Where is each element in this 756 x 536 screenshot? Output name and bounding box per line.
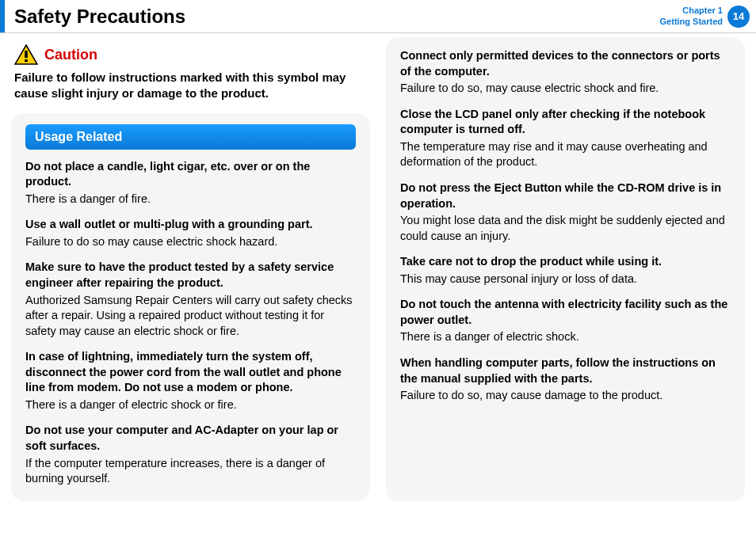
precaution-heading: Do not press the Eject Button while the … xyxy=(400,181,731,211)
header-right: Chapter 1 Getting Started 14 xyxy=(660,6,750,28)
precaution-heading: Use a wall outlet or multi-plug with a g… xyxy=(25,217,356,233)
right-item-list: Connect only permitted devices to the co… xyxy=(400,48,731,404)
precaution-item: When handling computer parts, follow the… xyxy=(400,355,731,404)
precaution-heading: Do not use your computer and AC-Adapter … xyxy=(25,423,356,454)
precaution-item: Do not touch the antenna with electricit… xyxy=(400,297,731,345)
precaution-item: Do not press the Eject Button while the … xyxy=(400,181,731,244)
page-title: Safety Precautions xyxy=(14,6,185,28)
chapter-line2: Getting Started xyxy=(660,17,723,27)
svg-rect-1 xyxy=(25,51,28,58)
right-card: Connect only permitted devices to the co… xyxy=(386,37,745,501)
precaution-item: Take care not to drop the product while … xyxy=(400,254,731,287)
precaution-heading: Close the LCD panel only after checking … xyxy=(400,107,731,138)
precaution-body: Failure to do so, may cause damage to th… xyxy=(400,388,731,404)
precaution-heading: Do not place a candle, light cigar, etc.… xyxy=(25,159,356,190)
precaution-body: This may cause personal injury or loss o… xyxy=(400,272,731,287)
section-heading: Usage Related xyxy=(25,124,356,150)
precaution-heading: Connect only permitted devices to the co… xyxy=(400,48,731,79)
header-left: Safety Precautions xyxy=(0,0,185,32)
caution-description: Failure to follow instructions marked wi… xyxy=(14,70,367,101)
precaution-item: Make sure to have the product tested by … xyxy=(25,260,356,339)
precaution-item: Close the LCD panel only after checking … xyxy=(400,107,731,170)
precaution-heading: In case of lightning, immediately turn t… xyxy=(25,349,356,396)
chapter-label: Chapter 1 Getting Started xyxy=(660,6,723,26)
page-number-badge: 14 xyxy=(727,6,750,28)
precaution-item: Connect only permitted devices to the co… xyxy=(400,48,731,97)
left-item-list: Do not place a candle, light cigar, etc.… xyxy=(25,159,356,487)
precaution-body: You might lose data and the disk might b… xyxy=(400,213,731,244)
precaution-body: Authorized Samsung Repair Centers will c… xyxy=(25,293,356,340)
warning-triangle-icon xyxy=(14,44,38,65)
precaution-heading: Take care not to drop the product while … xyxy=(400,254,731,270)
content-columns: Usage Related Do not place a candle, lig… xyxy=(0,108,756,501)
precaution-body: If the computer temperature increases, t… xyxy=(25,456,356,487)
precaution-body: Failure to do so, may cause electric sho… xyxy=(400,81,731,97)
page-header: Safety Precautions Chapter 1 Getting Sta… xyxy=(0,0,756,33)
accent-bar xyxy=(0,0,5,32)
page-number: 14 xyxy=(733,10,744,22)
precaution-heading: When handling computer parts, follow the… xyxy=(400,355,731,386)
precaution-item: Use a wall outlet or multi-plug with a g… xyxy=(25,217,356,249)
precaution-heading: Do not touch the antenna with electricit… xyxy=(400,297,731,328)
chapter-line1: Chapter 1 xyxy=(660,6,723,16)
precaution-body: There is a danger of electric shock. xyxy=(400,329,731,345)
precaution-body: There is a danger of electric shock or f… xyxy=(25,397,356,413)
caution-label: Caution xyxy=(44,47,97,63)
precaution-body: There is a danger of fire. xyxy=(25,192,356,207)
precaution-item: In case of lightning, immediately turn t… xyxy=(25,349,356,412)
precaution-heading: Make sure to have the product tested by … xyxy=(25,260,356,291)
left-card: Usage Related Do not place a candle, lig… xyxy=(11,113,370,501)
precaution-body: Failure to do so may cause electric shoc… xyxy=(25,234,356,250)
precaution-item: Do not place a candle, light cigar, etc.… xyxy=(25,159,356,207)
precaution-body: The temperature may rise and it may caus… xyxy=(400,139,731,170)
precaution-item: Do not use your computer and AC-Adapter … xyxy=(25,423,356,486)
svg-rect-2 xyxy=(25,59,28,62)
